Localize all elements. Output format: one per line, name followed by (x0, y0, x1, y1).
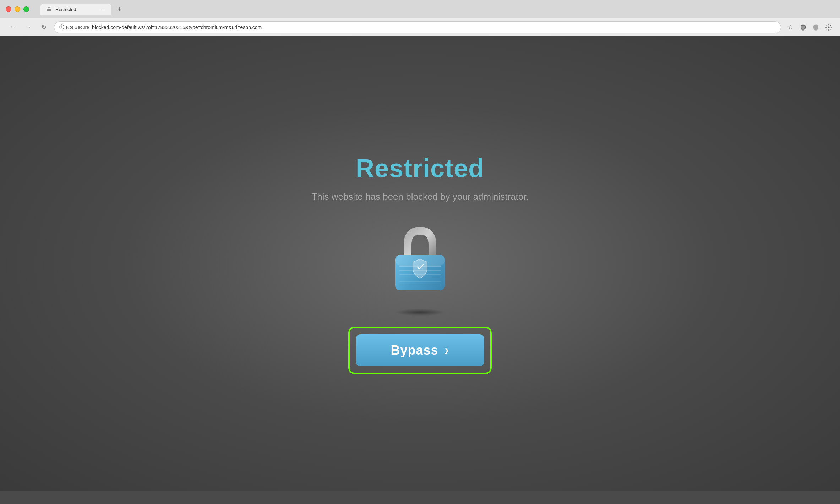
address-bar[interactable]: ⓘ Not Secure blocked.com-default.ws/?ol=… (54, 21, 781, 33)
refresh-button[interactable]: ↻ (38, 22, 49, 33)
brave-shield-icon[interactable] (799, 23, 807, 32)
bookmark-icon[interactable]: ☆ (786, 23, 795, 32)
page-content: Restricted This website has been blocked… (0, 36, 840, 491)
title-bar: Restricted × + (0, 0, 840, 18)
browser-tab[interactable]: Restricted × (40, 4, 111, 15)
forward-button[interactable]: → (23, 22, 33, 33)
info-icon: ⓘ (59, 24, 64, 31)
window-controls (6, 6, 29, 12)
page-title: Restricted (356, 154, 484, 183)
not-secure-indicator: ⓘ Not Secure (59, 24, 89, 31)
tab-title: Restricted (55, 7, 76, 12)
bypass-label: Bypass (391, 343, 438, 358)
not-secure-label: Not Secure (66, 24, 89, 30)
settings-icon[interactable] (824, 23, 833, 32)
close-window-button[interactable] (6, 6, 11, 12)
page-subtitle: This website has been blocked by your ad… (311, 191, 528, 202)
nav-icons: ☆ (786, 23, 833, 32)
bypass-button[interactable]: Bypass › (356, 334, 484, 366)
browser-chrome: Restricted × + ← → ↻ ⓘ Not Secure blocke… (0, 0, 840, 36)
lock-icon (392, 224, 448, 295)
new-tab-button[interactable]: + (114, 4, 124, 14)
bypass-highlight-border: Bypass › (348, 327, 492, 374)
tab-close-button[interactable]: × (100, 6, 106, 12)
bypass-arrow-icon: › (445, 343, 449, 358)
url-display: blocked.com-default.ws/?ol=17833320315&t… (92, 24, 262, 30)
svg-point-1 (828, 26, 830, 28)
minimize-window-button[interactable] (15, 6, 20, 12)
lock-shadow (395, 309, 445, 316)
brave-rewards-icon[interactable] (812, 23, 820, 32)
tab-favicon (46, 6, 52, 12)
back-button[interactable]: ← (7, 22, 18, 33)
svg-rect-0 (47, 9, 51, 11)
fullscreen-window-button[interactable] (23, 6, 29, 12)
nav-bar: ← → ↻ ⓘ Not Secure blocked.com-default.w… (0, 18, 840, 36)
